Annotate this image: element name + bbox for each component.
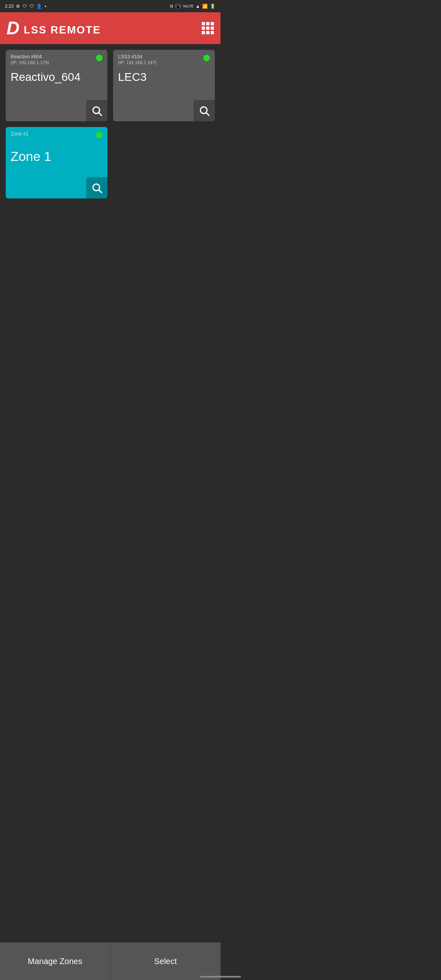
card-lss3[interactable]: LSS3 #104 (IP: 192.168.1.147) LEC3 xyxy=(113,50,215,121)
battery-icon: 🔋 xyxy=(210,4,216,9)
card-zone1-search-button[interactable] xyxy=(86,177,107,198)
card-lss3-name: LEC3 xyxy=(118,71,210,84)
logo-container: D LSS REMOTE xyxy=(7,18,113,38)
person-icon: 👤 xyxy=(36,4,42,9)
shield-icon2: 🛡 xyxy=(29,4,34,9)
card-reactivo-label: Reactivo #604 xyxy=(11,54,102,60)
search-icon xyxy=(198,105,210,116)
svg-line-3 xyxy=(99,113,101,115)
card-zone1-status xyxy=(96,132,102,138)
svg-text:D: D xyxy=(7,18,20,38)
cell-signal-icon: 📶 xyxy=(202,4,208,9)
device-grid: Reactivo #604 (IP: 192.168.1.179) Reacti… xyxy=(0,44,220,204)
search-icon xyxy=(91,182,102,194)
card-reactivo-ip: (IP: 192.168.1.179) xyxy=(11,60,102,65)
wifi-icon: ▲ xyxy=(196,4,200,9)
card-reactivo-status xyxy=(96,55,102,61)
vibrate-icon: 📳 xyxy=(175,4,181,9)
card-zone1-name: Zone 1 xyxy=(11,149,102,164)
settings-icon: ⚙ xyxy=(16,4,20,9)
card-lss3-search-button[interactable] xyxy=(194,100,215,121)
status-bar: 2:23 ⚙ 🛡 🛡 👤 • N 📳 VoLTE ▲ 📶 🔋 xyxy=(0,0,220,12)
dot-indicator: • xyxy=(45,4,46,9)
card-reactivo[interactable]: Reactivo #604 (IP: 192.168.1.179) Reacti… xyxy=(6,50,107,121)
svg-line-7 xyxy=(99,190,101,192)
card-zone1-label: Zone #1 xyxy=(11,131,102,137)
svg-line-5 xyxy=(206,113,209,115)
shield-icon1: 🛡 xyxy=(22,4,27,9)
time-display: 2:23 xyxy=(5,4,13,9)
search-icon xyxy=(91,105,102,116)
app-header: D LSS REMOTE xyxy=(0,12,220,44)
card-reactivo-search-button[interactable] xyxy=(86,100,107,121)
apps-grid-button[interactable] xyxy=(202,22,214,34)
lte-icon: VoLTE xyxy=(183,4,194,8)
card-zone1[interactable]: Zone #1 Zone 1 xyxy=(6,127,107,198)
card-lss3-ip: (IP: 192.168.1.147) xyxy=(118,60,210,65)
nfc-icon: N xyxy=(170,4,173,9)
status-left: 2:23 ⚙ 🛡 🛡 👤 • xyxy=(5,4,46,9)
card-reactivo-name: Reactivo_604 xyxy=(11,71,102,84)
status-right: N 📳 VoLTE ▲ 📶 🔋 xyxy=(170,4,216,9)
app-logo: D LSS REMOTE xyxy=(7,18,113,38)
card-lss3-status xyxy=(203,55,210,61)
svg-text:LSS REMOTE: LSS REMOTE xyxy=(24,24,101,36)
card-lss3-label: LSS3 #104 xyxy=(118,54,210,60)
